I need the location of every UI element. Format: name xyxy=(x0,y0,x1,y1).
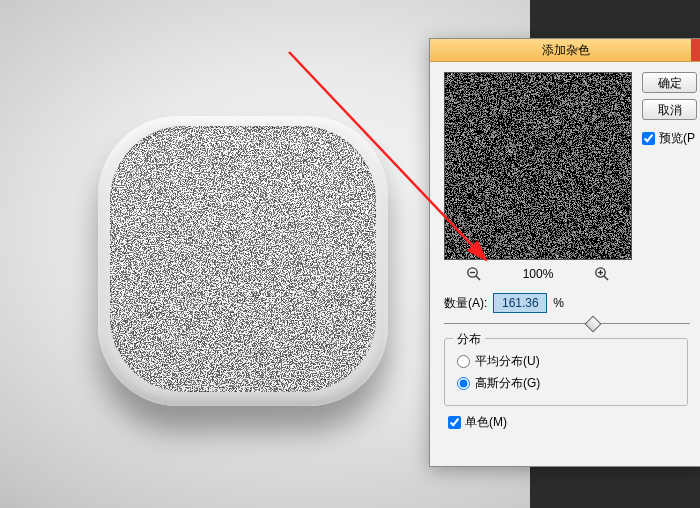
ok-button[interactable]: 确定 xyxy=(642,72,697,93)
noise-swatch-icon xyxy=(110,126,376,392)
preview-checkbox-label: 预览(P xyxy=(659,130,695,147)
zoom-controls: 100% xyxy=(444,264,632,284)
distribution-uniform-row[interactable]: 平均分布(U) xyxy=(457,353,540,370)
slider-track-line xyxy=(444,323,690,324)
svg-rect-0 xyxy=(110,126,376,392)
distribution-uniform-label: 平均分布(U) xyxy=(475,353,540,370)
amount-unit-label: % xyxy=(553,296,564,310)
distribution-uniform-radio[interactable] xyxy=(457,355,470,368)
distribution-gaussian-radio[interactable] xyxy=(457,377,470,390)
monochrome-checkbox-row[interactable]: 单色(M) xyxy=(448,414,507,431)
preview-checkbox-row[interactable]: 预览(P xyxy=(642,130,695,147)
zoom-in-icon xyxy=(594,266,610,282)
canvas-workspace: 添加杂色 100% 确定 取消 xyxy=(0,0,700,508)
distribution-legend: 分布 xyxy=(453,331,485,348)
monochrome-checkbox[interactable] xyxy=(448,416,461,429)
svg-line-6 xyxy=(604,276,608,280)
distribution-gaussian-row[interactable]: 高斯分布(G) xyxy=(457,375,540,392)
dialog-body: 100% 确定 取消 预览(P 数量(A): % 分布 xyxy=(430,62,700,477)
zoom-out-icon xyxy=(466,266,482,282)
svg-rect-1 xyxy=(445,73,631,259)
amount-label: 数量(A): xyxy=(444,295,487,312)
noise-preview-icon xyxy=(445,73,631,259)
dialog-title-text: 添加杂色 xyxy=(542,43,590,57)
zoom-out-button[interactable] xyxy=(465,265,483,283)
distribution-gaussian-label: 高斯分布(G) xyxy=(475,375,540,392)
canvas-object-rounded-icon xyxy=(98,116,388,406)
slider-thumb[interactable] xyxy=(584,316,601,333)
zoom-level-label: 100% xyxy=(523,267,554,281)
canvas-object-noise-fill xyxy=(110,126,376,392)
add-noise-dialog: 添加杂色 100% 确定 取消 xyxy=(429,38,700,467)
cancel-button[interactable]: 取消 xyxy=(642,99,697,120)
distribution-fieldset: 分布 平均分布(U) 高斯分布(G) xyxy=(444,338,688,406)
dialog-titlebar[interactable]: 添加杂色 xyxy=(430,39,700,62)
dialog-close-button[interactable] xyxy=(691,39,700,61)
monochrome-checkbox-label: 单色(M) xyxy=(465,414,507,431)
preview-checkbox[interactable] xyxy=(642,132,655,145)
amount-row: 数量(A): % xyxy=(444,292,694,314)
svg-line-3 xyxy=(476,276,480,280)
amount-slider[interactable] xyxy=(444,318,690,330)
zoom-in-button[interactable] xyxy=(593,265,611,283)
noise-preview-thumbnail[interactable] xyxy=(444,72,632,260)
amount-input[interactable] xyxy=(493,293,547,313)
